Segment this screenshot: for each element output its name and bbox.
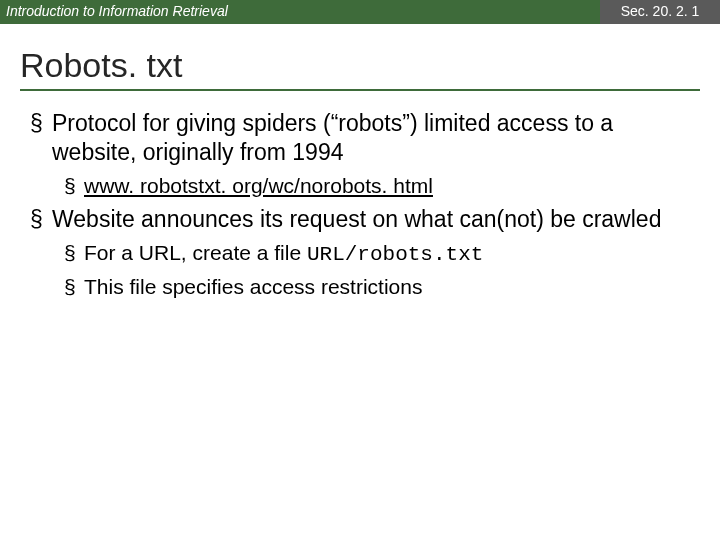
bullet-icon: §	[64, 173, 84, 199]
bullet-icon: §	[64, 240, 84, 268]
title-rule	[20, 89, 700, 91]
slide-header: Introduction to Information Retrieval Se…	[0, 0, 720, 24]
slide-body: § Protocol for giving spiders (“robots”)…	[0, 109, 720, 300]
bullet-level2: § This file specifies access restriction…	[64, 274, 698, 300]
bullet-text: www. robotstxt. org/wc/norobots. html	[84, 173, 698, 199]
bullet-icon: §	[64, 274, 84, 300]
code-text: URL/robots.txt	[307, 243, 483, 266]
bullet-text: Protocol for giving spiders (“robots”) l…	[52, 109, 698, 167]
bullet-level2: § www. robotstxt. org/wc/norobots. html	[64, 173, 698, 199]
robotstxt-link[interactable]: www. robotstxt. org/wc/norobots. html	[84, 174, 433, 197]
course-title: Introduction to Information Retrieval	[0, 0, 600, 24]
bullet-icon: §	[30, 205, 52, 234]
bullet-level1: § Website announces its request on what …	[30, 205, 698, 234]
bullet-level2: § For a URL, create a file URL/robots.tx…	[64, 240, 698, 268]
bullet-icon: §	[30, 109, 52, 167]
bullet-text: For a URL, create a file URL/robots.txt	[84, 240, 698, 268]
bullet-level1: § Protocol for giving spiders (“robots”)…	[30, 109, 698, 167]
bullet-text: Website announces its request on what ca…	[52, 205, 698, 234]
bullet-text: This file specifies access restrictions	[84, 274, 698, 300]
slide-title: Robots. txt	[0, 24, 720, 89]
section-number: Sec. 20. 2. 1	[600, 0, 720, 24]
bullet-text-prefix: For a URL, create a file	[84, 241, 307, 264]
